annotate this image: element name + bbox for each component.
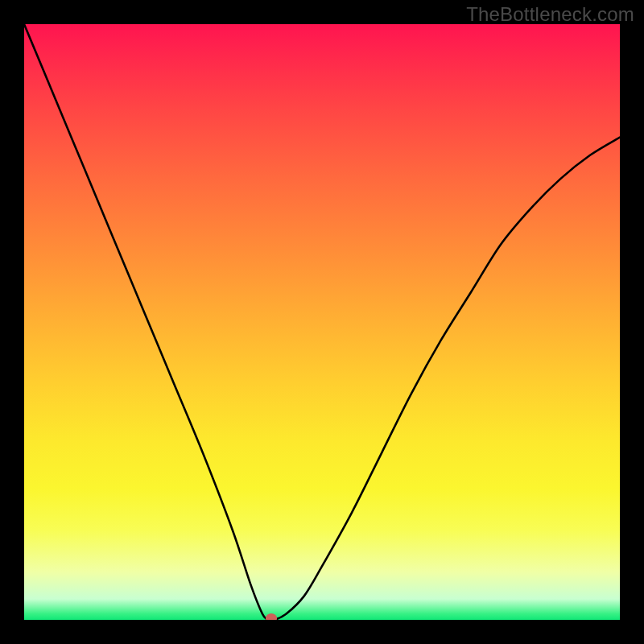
chart-frame: TheBottleneck.com <box>0 0 644 644</box>
plot-area <box>24 24 620 620</box>
trough-marker <box>266 613 277 620</box>
bottleneck-curve <box>24 24 620 620</box>
watermark-text: TheBottleneck.com <box>466 3 634 26</box>
